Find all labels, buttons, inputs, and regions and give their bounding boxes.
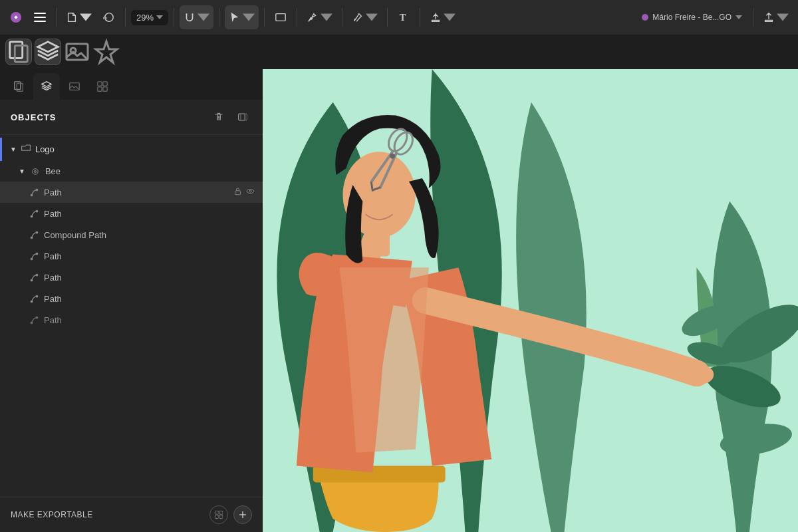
- lock-icon-path5[interactable]: [233, 293, 242, 304]
- path-icon-2: [29, 209, 39, 218]
- magnet-btn[interactable]: [180, 5, 213, 29]
- lock-icon-path6[interactable]: [233, 315, 242, 325]
- svg-rect-64: [235, 276, 241, 280]
- svg-point-56: [249, 233, 251, 235]
- layer-path5-name: Path: [44, 294, 228, 304]
- layer-item-path2[interactable]: Path: [0, 203, 263, 224]
- svg-point-53: [36, 231, 38, 233]
- footer-actions: [209, 505, 252, 524]
- layer-list: ▼ Logo ▼ Bee Path: [0, 135, 263, 497]
- main-toolbar: 29% T: [0, 0, 798, 35]
- svg-point-57: [31, 258, 33, 260]
- eye-icon-compound[interactable]: [246, 229, 255, 240]
- add-export-btn[interactable]: [233, 505, 252, 524]
- svg-rect-49: [235, 212, 241, 216]
- delete-btn[interactable]: [209, 108, 228, 126]
- tab-images[interactable]: [64, 39, 90, 65]
- layer-path2-name: Path: [44, 209, 228, 219]
- eye-icon-path6[interactable]: [246, 315, 255, 325]
- layer-path1-actions: [233, 187, 255, 198]
- svg-rect-78: [219, 511, 223, 514]
- svg-rect-34: [98, 82, 102, 86]
- user-info[interactable]: Mário Freire - Be...GO: [636, 10, 747, 25]
- tab-btn-pages[interactable]: [5, 73, 32, 100]
- slice-btn[interactable]: [209, 505, 228, 524]
- svg-point-73: [36, 317, 38, 319]
- user-name: Mário Freire - Be...GO: [652, 13, 732, 22]
- compound-icon: [29, 230, 39, 239]
- eye-icon-path1[interactable]: [246, 187, 255, 198]
- undo-btn[interactable]: [98, 5, 120, 29]
- svg-rect-35: [103, 82, 107, 86]
- chevron-logo[interactable]: ▼: [10, 146, 17, 153]
- arrow-tool-btn[interactable]: [225, 5, 259, 29]
- zoom-control[interactable]: 29%: [131, 10, 168, 25]
- layer-item-path1[interactable]: Path: [0, 182, 263, 203]
- tab-symbols[interactable]: [93, 39, 120, 65]
- sep8: [387, 8, 388, 27]
- export-btn[interactable]: [426, 5, 460, 29]
- svg-point-42: [31, 194, 33, 196]
- tab-btn-images[interactable]: [61, 73, 88, 100]
- layer-item-compound[interactable]: Compound Path: [0, 224, 263, 245]
- sep1: [56, 8, 57, 27]
- lock-icon-path3[interactable]: [233, 251, 242, 261]
- svg-point-43: [36, 189, 38, 191]
- svg-point-22: [690, 365, 714, 384]
- mask-btn[interactable]: [233, 108, 252, 126]
- svg-rect-36: [98, 87, 102, 91]
- layer-path1-name: Path: [44, 188, 228, 198]
- sep9: [420, 8, 420, 27]
- svg-point-67: [31, 301, 33, 303]
- svg-text:T: T: [400, 12, 406, 23]
- share-btn[interactable]: [759, 5, 793, 29]
- svg-point-55: [247, 231, 253, 236]
- svg-rect-79: [215, 515, 218, 519]
- layer-path3-name: Path: [44, 251, 228, 261]
- svg-rect-59: [235, 255, 241, 259]
- file-btn[interactable]: [62, 5, 96, 29]
- path-icon-4: [29, 273, 39, 282]
- svg-rect-77: [215, 511, 218, 514]
- eye-icon-path2[interactable]: [246, 208, 255, 219]
- layer-item-path3[interactable]: Path: [0, 245, 263, 267]
- svg-point-45: [247, 189, 253, 194]
- rectangle-btn[interactable]: [270, 5, 291, 29]
- eye-icon-path3[interactable]: [246, 251, 255, 261]
- lock-icon-path2[interactable]: [233, 208, 242, 219]
- left-panel: OBJECTS ▼ Logo ▼: [0, 69, 263, 532]
- layer-item-path4[interactable]: Path: [0, 267, 263, 288]
- layer-logo-name: Logo: [35, 144, 255, 154]
- lock-icon-compound[interactable]: [233, 229, 242, 240]
- svg-rect-10: [15, 46, 27, 63]
- lock-icon-path1[interactable]: [233, 187, 242, 198]
- text-btn[interactable]: T: [393, 5, 414, 29]
- svg-point-75: [247, 317, 253, 321]
- layer-item-path5[interactable]: Path: [0, 288, 263, 309]
- svg-rect-32: [17, 84, 23, 92]
- tab-pages[interactable]: [5, 39, 32, 65]
- svg-rect-44: [235, 191, 241, 195]
- layer-item-path6[interactable]: Path: [0, 309, 263, 331]
- tab-btn-components[interactable]: [89, 73, 116, 100]
- objects-panel: OBJECTS ▼ Logo ▼: [0, 100, 263, 532]
- svg-point-46: [249, 190, 251, 192]
- layer-group-logo[interactable]: ▼ Logo: [0, 138, 263, 161]
- app-icon-btn[interactable]: [5, 5, 27, 29]
- chevron-bee[interactable]: ▼: [19, 168, 25, 175]
- eye-icon-path4[interactable]: [246, 272, 255, 283]
- svg-point-51: [249, 211, 251, 213]
- lock-icon-path4[interactable]: [233, 272, 242, 283]
- layer-group-bee[interactable]: ▼ Bee: [0, 161, 263, 182]
- user-dot: [642, 14, 648, 21]
- tab-btn-layers[interactable]: [33, 73, 60, 100]
- svg-rect-1: [34, 13, 46, 14]
- tab-layers[interactable]: [35, 39, 61, 65]
- eye-icon-path5[interactable]: [246, 293, 255, 304]
- panel-header-actions: [209, 108, 252, 126]
- fill-btn[interactable]: [348, 5, 382, 29]
- svg-point-48: [36, 210, 38, 212]
- svg-rect-54: [235, 233, 241, 237]
- pen-btn[interactable]: [303, 5, 336, 29]
- sep7: [342, 8, 342, 27]
